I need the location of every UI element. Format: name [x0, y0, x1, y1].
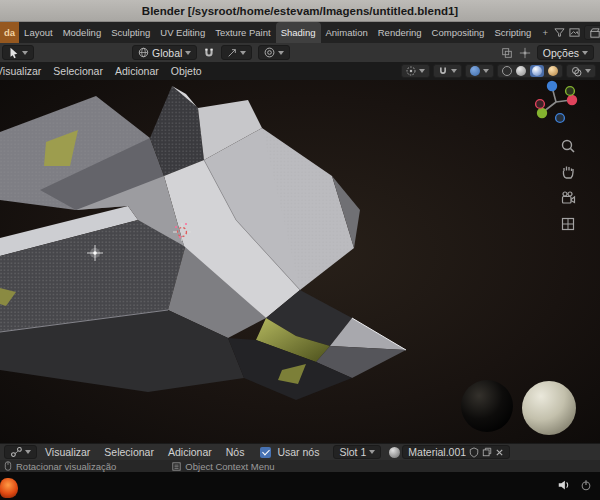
snap-magnet-icon[interactable]: [203, 47, 215, 59]
menu-adicionar[interactable]: Adicionar: [109, 62, 165, 80]
tool-settings-bar: Global Opções: [0, 43, 600, 62]
options-dropdown[interactable]: Opções: [537, 45, 594, 60]
tab-layout[interactable]: Layout: [19, 22, 58, 43]
scene-selector[interactable]: Scene: [584, 25, 600, 40]
tab-scripting[interactable]: Scripting: [489, 22, 536, 43]
tab-compositing[interactable]: Compositing: [427, 22, 490, 43]
filter-icon[interactable]: [554, 27, 565, 38]
menu-objeto[interactable]: Objeto: [165, 62, 208, 80]
proportional-editing-dropdown[interactable]: [258, 45, 290, 60]
preview-sphere-tan[interactable]: [522, 381, 576, 435]
chevron-down-icon: [582, 51, 588, 55]
tab-modeling[interactable]: Modeling: [58, 22, 107, 43]
axis-z-icon: [547, 81, 557, 91]
tab-uv-editing[interactable]: UV Editing: [155, 22, 210, 43]
fake-user-shield-icon[interactable]: [469, 447, 479, 458]
shading-mode-switcher: [497, 64, 563, 78]
blender-window: Blender [/sysroot/home/estevam/Imagens/u…: [0, 0, 600, 500]
preview-sphere-black[interactable]: [461, 380, 513, 432]
tab-partial[interactable]: da: [0, 22, 19, 43]
viewport-canvas[interactable]: [0, 80, 600, 443]
solid-shading-icon[interactable]: [516, 66, 526, 76]
navigation-gizmo[interactable]: [532, 78, 580, 130]
viewport-menus: Visualizar Selecionar Adicionar Objeto: [0, 62, 208, 80]
chevron-down-icon: [483, 69, 489, 73]
topbar: da Layout Modeling Sculpting UV Editing …: [0, 22, 600, 43]
viewport-visibility-icon[interactable]: [501, 47, 513, 59]
app-launcher-icon[interactable]: [0, 478, 18, 498]
node-editor-icon: [10, 446, 22, 458]
use-nodes-label: Usar nós: [277, 446, 319, 458]
scene-icon: [590, 28, 600, 38]
chevron-down-icon: [240, 51, 246, 55]
axis-z-negative-icon: [556, 114, 565, 123]
tab-shading[interactable]: Shading: [276, 22, 321, 43]
camera-view-icon[interactable]: [560, 190, 576, 210]
options-label: Opções: [543, 47, 579, 59]
shader-menu-visualizar[interactable]: Visualizar: [39, 443, 96, 461]
viewport-gizmos-icon[interactable]: [519, 47, 531, 59]
zoom-icon[interactable]: [560, 138, 576, 158]
chevron-down-icon: [185, 51, 191, 55]
pivot-point-icon: [406, 66, 416, 76]
add-workspace-button[interactable]: +: [536, 22, 554, 43]
shader-editor-header: Visualizar Selecionar Adicionar Nós Usar…: [0, 443, 600, 460]
viewport-header-right: [401, 64, 596, 78]
tab-rendering[interactable]: Rendering: [373, 22, 427, 43]
overlays-icon: [571, 66, 582, 77]
unlink-material-icon[interactable]: [495, 448, 504, 457]
material-sphere-icon[interactable]: [389, 447, 400, 458]
snap-magnet-icon: [438, 66, 448, 76]
tab-animation[interactable]: Animation: [321, 22, 373, 43]
axis-y-negative-icon: [566, 87, 575, 96]
snap-options-dropdown[interactable]: [221, 45, 252, 60]
desktop-taskbar: [0, 472, 600, 500]
window-titlebar[interactable]: Blender [/sysroot/home/estevam/Imagens/u…: [0, 0, 600, 22]
chevron-down-icon: [369, 450, 375, 454]
menu-selecionar[interactable]: Selecionar: [47, 62, 109, 80]
use-nodes-checkbox[interactable]: [260, 447, 271, 458]
tab-sculpting[interactable]: Sculpting: [106, 22, 155, 43]
material-shading-active[interactable]: [530, 65, 544, 77]
chevron-down-icon: [585, 69, 591, 73]
copy-material-icon[interactable]: [482, 447, 492, 457]
ortho-grid-icon[interactable]: [560, 216, 576, 236]
viewport-nav-controls: [560, 138, 576, 236]
image-icon[interactable]: [569, 27, 580, 38]
overlays-dropdown[interactable]: [566, 64, 596, 78]
status-hint-rotate: Rotacionar visualização: [16, 461, 116, 472]
window-title: Blender [/sysroot/home/estevam/Imagens/u…: [142, 5, 458, 17]
context-menu-icon: [172, 462, 181, 471]
status-left: Rotacionar visualização: [4, 461, 116, 472]
pan-hand-icon[interactable]: [560, 164, 576, 184]
status-context: Object Context Menu: [172, 461, 274, 472]
shader-menu-selecionar[interactable]: Selecionar: [98, 443, 160, 461]
menu-visualizar[interactable]: Visualizar: [0, 62, 47, 80]
viewport-header: Visualizar Selecionar Adicionar Objeto: [0, 62, 600, 80]
speaker-icon[interactable]: [557, 478, 571, 492]
shader-menu-nos[interactable]: Nós: [220, 443, 251, 461]
topbar-right: Scene: [554, 22, 600, 43]
wireframe-shading-icon[interactable]: [502, 66, 512, 76]
material-name: Material.001: [408, 446, 466, 458]
pivot-point-dropdown[interactable]: [401, 64, 430, 78]
axis-y-icon: [537, 108, 547, 118]
tab-texture-paint[interactable]: Texture Paint: [210, 22, 275, 43]
shader-menu-adicionar[interactable]: Adicionar: [162, 443, 218, 461]
status-hint-context: Object Context Menu: [185, 461, 274, 472]
axis-x-icon: [567, 95, 577, 105]
power-icon[interactable]: [580, 479, 592, 491]
snap-dropdown[interactable]: [433, 64, 462, 78]
chevron-down-icon: [451, 69, 457, 73]
chevron-down-icon: [22, 51, 28, 55]
object-mode-dropdown[interactable]: [2, 45, 34, 60]
slot-dropdown[interactable]: Slot 1: [333, 445, 381, 459]
chevron-down-icon: [25, 450, 31, 454]
material-name-field[interactable]: Material.001: [402, 445, 510, 459]
gizmo-dropdown[interactable]: [465, 64, 494, 78]
3d-viewport[interactable]: Visualizar Selecionar Adicionar Objeto: [0, 62, 600, 443]
chevron-down-icon: [278, 51, 284, 55]
editor-type-dropdown[interactable]: [4, 445, 37, 459]
transform-orientation-dropdown[interactable]: Global: [132, 45, 197, 60]
rendered-shading-icon[interactable]: [548, 66, 558, 76]
